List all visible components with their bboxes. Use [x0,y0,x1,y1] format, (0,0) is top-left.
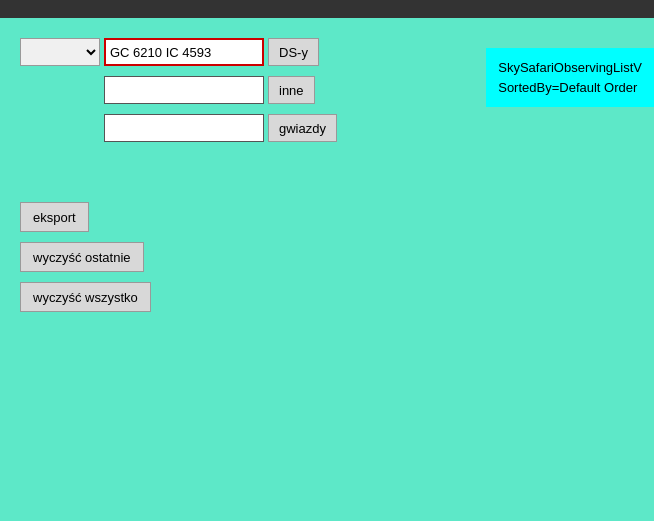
row3: gwiazdy [20,114,634,142]
info-box: SkySafariObservingListV SortedBy=Default… [486,48,654,107]
top-bar [0,0,654,18]
eksport-button[interactable]: eksport [20,202,89,232]
row2-button[interactable]: inne [268,76,315,104]
row1-input[interactable] [104,38,264,66]
wyczyscOstatnie-button[interactable]: wyczyść ostatnie [20,242,144,272]
wyczyscWszystko-button[interactable]: wyczyść wszystko [20,282,151,312]
main-area: SkySafariObservingListV SortedBy=Default… [0,18,654,521]
row1-button[interactable]: DS-y [268,38,319,66]
info-line2: SortedBy=Default Order [498,80,637,95]
row3-input[interactable] [104,114,264,142]
actions-area: eksport wyczyść ostatnie wyczyść wszystk… [20,202,634,312]
row2-input[interactable] [104,76,264,104]
row1-dropdown[interactable] [20,38,100,66]
row3-button[interactable]: gwiazdy [268,114,337,142]
info-line1: SkySafariObservingListV [498,60,642,75]
